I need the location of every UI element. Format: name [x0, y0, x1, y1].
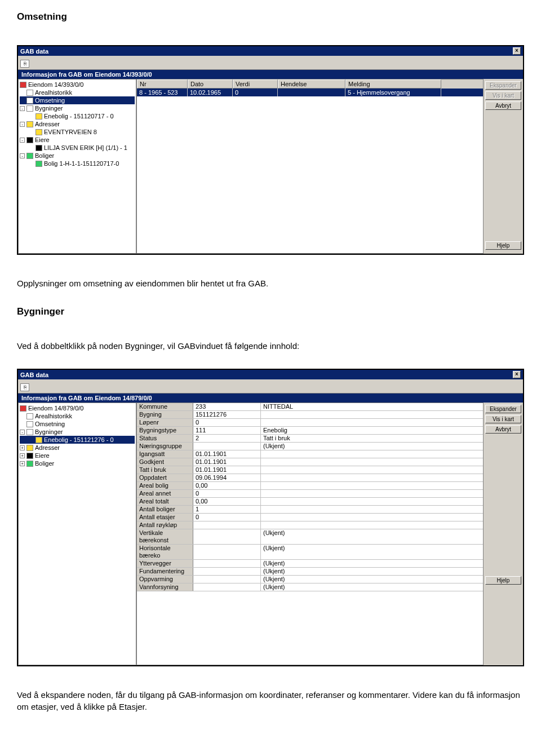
button-pane: Ekspander Vis i kart Avbryt Hjelp — [484, 403, 523, 665]
detail-row: Antall boliger1 — [137, 506, 483, 514]
detail-row: Vertikale bærekonst(Ukjent) — [137, 529, 483, 545]
viskart-button[interactable]: Vis i kart — [485, 415, 521, 423]
tree-item[interactable]: Bolig 1-H-1-1-151120717-0 — [20, 160, 135, 167]
detail-value-2 — [261, 498, 483, 505]
paragraph: Ved å ekspandere noden, får du tilgang p… — [17, 689, 524, 713]
detail-value-1: 01.01.1901 — [193, 458, 261, 466]
tree-item[interactable]: Arealhistorikk — [20, 89, 135, 96]
node-icon — [26, 413, 33, 419]
copy-icon[interactable]: ⎘ — [20, 60, 29, 68]
detail-row: Tatt i bruk01.01.1901 — [137, 466, 483, 474]
detail-label: Vannforsyning — [137, 583, 193, 591]
detail-value-2 — [261, 458, 483, 466]
tree-item[interactable]: Arealhistorikk — [20, 412, 135, 420]
detail-value-2 — [261, 506, 483, 513]
expand-icon[interactable]: + — [20, 453, 25, 458]
tree-item[interactable]: Enebolig - 151120717 - 0 — [20, 112, 135, 120]
tree-label: Eiendom 14/393/0/0 — [28, 81, 83, 89]
tree-label: Eiendom 14/879/0/0 — [28, 404, 83, 412]
node-icon — [36, 145, 42, 151]
detail-label: Antall boliger — [137, 506, 193, 513]
tree-item[interactable]: +Boliger — [20, 459, 135, 467]
tree-pane[interactable]: Eiendom 14/879/0/0ArealhistorikkOmsetnin… — [18, 403, 136, 665]
detail-value-1: 151121276 — [193, 411, 261, 418]
detail-value-2 — [261, 521, 483, 529]
toolbar: ⎘ — [18, 56, 523, 70]
close-icon[interactable]: × — [513, 371, 521, 378]
detail-pane: Kommune233NITTEDALBygning151121276Løpenr… — [136, 403, 484, 665]
detail-value-1 — [193, 545, 261, 559]
expand-icon[interactable]: + — [20, 461, 25, 466]
tree-pane[interactable]: Eiendom 14/393/0/0ArealhistorikkOmsetnin… — [18, 79, 136, 254]
hjelp-button[interactable]: Hjelp — [485, 576, 521, 585]
avbryt-button[interactable]: Avbryt — [485, 101, 521, 110]
tree-item[interactable]: Enebolig - 151121276 - 0 — [20, 436, 135, 444]
detail-value-2 — [261, 450, 483, 458]
detail-value-2 — [261, 490, 483, 497]
column-header[interactable]: Hendelse — [278, 79, 345, 89]
detail-value-1: 1 — [193, 506, 261, 513]
tree-item[interactable]: -Bygninger — [20, 104, 135, 112]
tree-label: Eiere — [35, 136, 50, 144]
tree-item[interactable]: EVENTYRVEIEN 8 — [20, 128, 135, 136]
copy-icon[interactable]: ⎘ — [20, 383, 29, 391]
node-icon — [20, 82, 26, 88]
grid-row[interactable]: 8 - 1965 - 523 10.02.1965 0 5 - Hjemmels… — [137, 89, 483, 96]
tree-label: Omsetning — [35, 420, 65, 428]
detail-label: Antall etasjer — [137, 514, 193, 521]
expand-icon[interactable]: - — [20, 430, 25, 435]
expand-icon[interactable]: - — [20, 122, 25, 127]
gab-window-2: GAB data × ⎘ Informasjon fra GAB om Eien… — [17, 369, 524, 666]
expand-icon[interactable]: - — [20, 153, 25, 158]
node-icon — [36, 113, 42, 120]
tree-item[interactable]: Omsetning — [20, 96, 135, 104]
detail-row: Yttervegger(Ukjent) — [137, 560, 483, 568]
detail-row: Bygningstype111Enebolig — [137, 427, 483, 435]
avbryt-button[interactable]: Avbryt — [485, 425, 521, 434]
tree-item[interactable]: -Boliger — [20, 152, 135, 160]
expand-icon[interactable]: - — [20, 106, 25, 111]
window-title: GAB data — [20, 372, 513, 378]
node-icon — [26, 445, 33, 451]
detail-label: Antall røykløp — [137, 521, 193, 529]
tree-item[interactable]: Eiendom 14/393/0/0 — [20, 81, 135, 89]
cell-hendelse — [278, 89, 345, 96]
tree-item[interactable]: -Eiere — [20, 136, 135, 144]
cell-melding: 5 - Hjemmelsovergang — [345, 89, 441, 96]
column-header[interactable]: Nr — [137, 79, 188, 89]
tree-label: Boliger — [35, 152, 54, 160]
detail-row: Areal totalt0,00 — [137, 498, 483, 506]
column-header[interactable]: Verdi — [233, 79, 278, 89]
detail-label: Oppdatert — [137, 474, 193, 481]
tree-item[interactable]: LILJA SVEN ERIK [H] (1/1) - 1 — [20, 144, 135, 152]
hjelp-button[interactable]: Hjelp — [485, 241, 521, 250]
expand-icon[interactable]: + — [20, 445, 25, 450]
tree-item[interactable]: Eiendom 14/879/0/0 — [20, 404, 135, 412]
detail-label: Fundamentering — [137, 568, 193, 575]
tree-item[interactable]: Omsetning — [20, 420, 135, 428]
detail-value-2 — [261, 419, 483, 426]
detail-label: Status — [137, 435, 193, 442]
column-header[interactable]: Dato — [188, 79, 233, 89]
detail-row: Bygning151121276 — [137, 411, 483, 419]
detail-row: Fundamentering(Ukjent) — [137, 568, 483, 576]
tree-item[interactable]: -Bygninger — [20, 428, 135, 436]
detail-value-1: 111 — [193, 427, 261, 434]
close-icon[interactable]: × — [513, 47, 521, 55]
ekspander-button[interactable]: Ekspander — [485, 405, 521, 413]
tree-item[interactable]: +Eiere — [20, 452, 135, 459]
tree-label: Bolig 1-H-1-1-151120717-0 — [44, 160, 119, 167]
tree-item[interactable]: -Adresser — [20, 120, 135, 128]
tree-label: Bygninger — [35, 428, 63, 436]
column-header[interactable]: Melding — [345, 79, 441, 89]
tree-label: LILJA SVEN ERIK [H] (1/1) - 1 — [44, 144, 127, 152]
button-pane: Ekspander Vis i kart Avbryt Hjelp — [484, 79, 523, 254]
detail-row: Status2Tatt i bruk — [137, 435, 483, 443]
ekspander-button[interactable]: Ekspander — [485, 81, 521, 90]
detail-value-1 — [193, 443, 261, 450]
tree-item[interactable]: +Adresser — [20, 444, 135, 452]
detail-label: Areal annet — [137, 490, 193, 497]
expand-icon[interactable]: - — [20, 138, 25, 143]
viskart-button[interactable]: Vis i kart — [485, 91, 521, 100]
detail-value-2: (Ukjent) — [261, 545, 483, 559]
